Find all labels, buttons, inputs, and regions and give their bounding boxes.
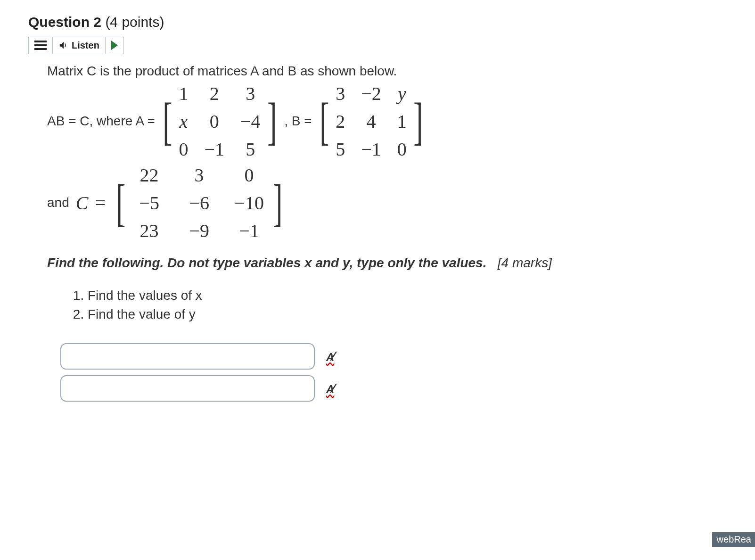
and-label: and <box>47 195 69 210</box>
answer-area: A⁄ A⁄ <box>60 343 727 402</box>
listen-button[interactable]: Listen <box>53 37 106 54</box>
matrix-cell: 5 <box>246 138 255 160</box>
matrix-cell: 0 <box>210 110 219 132</box>
matrix-cell: −4 <box>240 110 261 132</box>
matrix-cell: −9 <box>189 220 209 242</box>
question-header: Question 2 (4 points) <box>28 14 727 30</box>
play-button[interactable] <box>106 37 123 54</box>
eq-prefix: AB = C, where A = <box>47 114 155 129</box>
matrix-cell: 3 <box>195 164 204 186</box>
subquestion-list: Find the values of x Find the value of y <box>69 286 727 324</box>
hamburger-icon <box>34 41 47 50</box>
matrix-A-grid: 1 2 3 x 0 −4 0 −1 5 <box>176 82 263 160</box>
spellcheck-icon[interactable]: A⁄ <box>326 349 335 364</box>
question-points: (4 points) <box>105 14 164 30</box>
matrix-cell: −1 <box>204 138 224 160</box>
right-bracket-icon <box>273 185 282 221</box>
answer-input-2[interactable] <box>60 375 315 402</box>
matrix-cell: 2 <box>210 82 219 105</box>
subquestion-2: Find the value of y <box>88 305 727 324</box>
matrix-cell: −1 <box>361 138 381 160</box>
matrix-A: 1 2 3 x 0 −4 0 −1 5 <box>159 82 280 160</box>
matrix-cell: 3 <box>336 82 345 105</box>
listen-label: Listen <box>72 40 99 51</box>
between-ab: , B = <box>284 114 312 129</box>
answer-input-1[interactable] <box>60 343 315 370</box>
matrix-C: 22 3 0 −5 −6 −10 23 −9 −1 <box>112 164 286 242</box>
instruction-bold: Find the following. Do not type variable… <box>47 255 486 270</box>
matrix-cell: −5 <box>139 192 159 214</box>
matrix-cell: 1 <box>179 82 188 105</box>
right-bracket-icon <box>267 103 277 140</box>
question-body: Matrix C is the product of matrices A an… <box>47 64 727 402</box>
matrix-cell: 3 <box>246 82 255 105</box>
equals-sign: = <box>95 192 106 214</box>
subquestion-1: Find the values of x <box>88 286 727 305</box>
matrix-cell: y <box>398 82 406 105</box>
intro-text: Matrix C is the product of matrices A an… <box>47 64 727 79</box>
spellcheck-icon[interactable]: A⁄ <box>326 381 335 396</box>
matrix-cell: 23 <box>140 220 159 242</box>
left-bracket-icon <box>163 103 172 140</box>
matrix-B: 3 −2 y 2 4 1 5 −1 0 <box>316 82 427 160</box>
matrix-cell: 0 <box>179 138 188 160</box>
matrix-cell: x <box>180 110 188 132</box>
equation-line-2: and C = 22 3 0 −5 −6 −10 23 −9 −1 <box>47 164 727 242</box>
question-toolbar: Listen <box>28 37 124 54</box>
matrix-cell: 0 <box>397 138 407 160</box>
speaker-icon <box>58 40 69 50</box>
left-bracket-icon <box>116 185 125 221</box>
instruction-text: Find the following. Do not type variable… <box>47 253 727 273</box>
c-symbol: C <box>76 192 89 214</box>
menu-button[interactable] <box>29 37 53 54</box>
matrix-cell: −1 <box>239 220 259 242</box>
matrix-cell: 1 <box>397 110 407 132</box>
play-icon <box>111 41 118 50</box>
matrix-cell: −10 <box>234 192 264 214</box>
right-bracket-icon <box>413 103 423 140</box>
matrix-cell: −2 <box>361 82 381 105</box>
equation-line-1: AB = C, where A = 1 2 3 x 0 −4 0 −1 5 , … <box>47 82 727 160</box>
matrix-cell: 22 <box>140 164 159 186</box>
question-number: Question 2 <box>28 14 101 30</box>
matrix-cell: 0 <box>245 164 254 186</box>
answer-row-1: A⁄ <box>60 343 727 370</box>
answer-row-2: A⁄ <box>60 375 727 402</box>
matrix-cell: 5 <box>336 138 345 160</box>
matrix-cell: −6 <box>189 192 209 214</box>
matrix-C-grid: 22 3 0 −5 −6 −10 23 −9 −1 <box>130 164 269 242</box>
matrix-cell: 2 <box>336 110 345 132</box>
matrix-cell: 4 <box>367 110 376 132</box>
matrix-B-grid: 3 −2 y 2 4 1 5 −1 0 <box>333 82 410 160</box>
instruction-marks: [4 marks] <box>498 255 552 270</box>
left-bracket-icon <box>320 103 329 140</box>
